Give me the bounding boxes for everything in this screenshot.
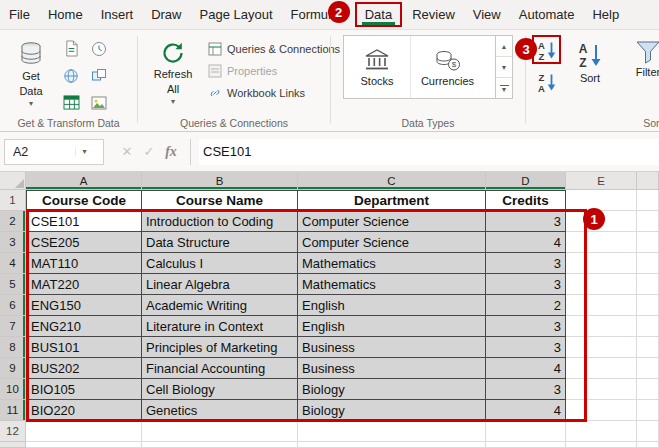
cell-a7[interactable]: ENG210 bbox=[26, 316, 142, 337]
cell-a6[interactable]: ENG150 bbox=[26, 295, 142, 316]
tab-page-layout[interactable]: Page Layout bbox=[191, 2, 282, 27]
tab-view[interactable]: View bbox=[464, 2, 510, 27]
cell-f12[interactable] bbox=[637, 421, 659, 442]
cell-e8[interactable] bbox=[566, 337, 637, 358]
cell-e5[interactable] bbox=[566, 274, 637, 295]
cell-b13[interactable] bbox=[142, 442, 298, 448]
cell-c5[interactable]: Mathematics bbox=[298, 274, 486, 295]
cell-a5[interactable]: MAT220 bbox=[26, 274, 142, 295]
cell-d10[interactable]: 3 bbox=[486, 379, 566, 400]
cell-a13[interactable] bbox=[26, 442, 142, 448]
cell-a12[interactable] bbox=[26, 421, 142, 442]
existing-connections-button[interactable] bbox=[86, 63, 112, 88]
cell-e9[interactable] bbox=[566, 358, 637, 379]
column-header-e[interactable]: E bbox=[566, 172, 637, 190]
sort-descending-button[interactable]: ZA bbox=[535, 70, 559, 94]
cell-d2[interactable]: 3 bbox=[486, 211, 566, 232]
cell-a11[interactable]: BIO220 bbox=[26, 400, 142, 421]
cell-d1[interactable]: Credits bbox=[486, 190, 566, 211]
gallery-scroll-down-icon[interactable]: ▼ bbox=[496, 56, 512, 77]
gallery-scroll-up-icon[interactable]: ▲ bbox=[496, 36, 512, 56]
tab-automate[interactable]: Automate bbox=[510, 2, 584, 27]
cell-d3[interactable]: 4 bbox=[486, 232, 566, 253]
currencies-button[interactable]: $ Currencies bbox=[410, 36, 484, 98]
cell-f11[interactable] bbox=[637, 400, 659, 421]
cell-d4[interactable]: 3 bbox=[486, 253, 566, 274]
sort-ascending-button[interactable]: AZ 3 bbox=[532, 35, 561, 64]
cell-e10[interactable] bbox=[566, 379, 637, 400]
cell-f5[interactable] bbox=[637, 274, 659, 295]
from-table-range-button[interactable] bbox=[58, 90, 84, 115]
confirm-entry-icon[interactable]: ✓ bbox=[138, 144, 160, 159]
row-header-3[interactable]: 3 bbox=[0, 232, 26, 253]
cell-c10[interactable]: Biology bbox=[298, 379, 486, 400]
get-data-button[interactable]: Get Data ▾ bbox=[4, 33, 58, 125]
cell-c3[interactable]: Computer Science bbox=[298, 232, 486, 253]
cell-c4[interactable]: Mathematics bbox=[298, 253, 486, 274]
tab-home[interactable]: Home bbox=[39, 2, 92, 27]
row-header-12[interactable]: 12 bbox=[0, 421, 26, 442]
cell-f10[interactable] bbox=[637, 379, 659, 400]
name-box[interactable]: ▾ bbox=[4, 139, 104, 165]
formula-input[interactable] bbox=[199, 144, 659, 159]
workbook-links-button[interactable]: Workbook Links bbox=[204, 82, 344, 104]
cell-b1[interactable]: Course Name bbox=[142, 190, 298, 211]
column-header-f[interactable] bbox=[637, 172, 659, 190]
name-box-caret-icon[interactable]: ▾ bbox=[75, 147, 93, 156]
cell-d12[interactable] bbox=[486, 421, 566, 442]
from-picture-button[interactable] bbox=[86, 90, 112, 115]
cell-d9[interactable]: 4 bbox=[486, 358, 566, 379]
cell-c9[interactable]: Business bbox=[298, 358, 486, 379]
row-header-7[interactable]: 7 bbox=[0, 316, 26, 337]
cell-b4[interactable]: Calculus I bbox=[142, 253, 298, 274]
cell-b3[interactable]: Data Structure bbox=[142, 232, 298, 253]
cancel-entry-icon[interactable]: ✕ bbox=[116, 144, 138, 159]
column-header-a[interactable]: A bbox=[26, 172, 142, 190]
cell-b6[interactable]: Academic Writing bbox=[142, 295, 298, 316]
tab-review[interactable]: Review bbox=[403, 2, 464, 27]
cell-a4[interactable]: MAT110 bbox=[26, 253, 142, 274]
row-header-5[interactable]: 5 bbox=[0, 274, 26, 295]
row-header-1[interactable]: 1 bbox=[0, 190, 26, 211]
cell-f9[interactable] bbox=[637, 358, 659, 379]
row-header-10[interactable]: 10 bbox=[0, 379, 26, 400]
cell-b12[interactable] bbox=[142, 421, 298, 442]
cell-e3[interactable] bbox=[566, 232, 637, 253]
cell-a9[interactable]: BUS202 bbox=[26, 358, 142, 379]
row-header-2[interactable]: 2 bbox=[0, 211, 26, 232]
gallery-more-icon[interactable]: ▼ bbox=[496, 77, 512, 98]
recent-sources-button[interactable] bbox=[86, 36, 112, 61]
cell-b2[interactable]: Introduction to Coding bbox=[142, 211, 298, 232]
tab-help[interactable]: Help bbox=[583, 2, 628, 27]
cell-f3[interactable] bbox=[637, 232, 659, 253]
column-header-c[interactable]: C bbox=[298, 172, 486, 190]
cell-e4[interactable] bbox=[566, 253, 637, 274]
filter-button[interactable]: Filter bbox=[620, 33, 659, 125]
cell-d7[interactable]: 3 bbox=[486, 316, 566, 337]
cell-f8[interactable] bbox=[637, 337, 659, 358]
cell-f7[interactable] bbox=[637, 316, 659, 337]
sort-button[interactable]: AZ Sort bbox=[566, 33, 614, 125]
cell-a2-active[interactable]: CSE101 bbox=[26, 211, 142, 232]
tab-draw[interactable]: Draw bbox=[142, 2, 190, 27]
row-header-8[interactable]: 8 bbox=[0, 337, 26, 358]
cell-e13[interactable] bbox=[566, 442, 637, 448]
from-text-csv-button[interactable] bbox=[58, 36, 84, 61]
cell-a3[interactable]: CSE205 bbox=[26, 232, 142, 253]
tab-file[interactable]: File bbox=[0, 2, 39, 27]
row-header-13[interactable] bbox=[0, 442, 26, 448]
cell-b8[interactable]: Principles of Marketing bbox=[142, 337, 298, 358]
cell-c2[interactable]: Computer Science bbox=[298, 211, 486, 232]
cell-e11[interactable] bbox=[566, 400, 637, 421]
cell-c1[interactable]: Department bbox=[298, 190, 486, 211]
cell-e12[interactable] bbox=[566, 421, 637, 442]
cell-e6[interactable] bbox=[566, 295, 637, 316]
cell-a10[interactable]: BIO105 bbox=[26, 379, 142, 400]
row-header-9[interactable]: 9 bbox=[0, 358, 26, 379]
cell-c13[interactable] bbox=[298, 442, 486, 448]
properties-button[interactable]: Properties bbox=[204, 60, 344, 82]
cell-b10[interactable]: Cell Biology bbox=[142, 379, 298, 400]
cell-c8[interactable]: Business bbox=[298, 337, 486, 358]
cell-b7[interactable]: Literature in Context bbox=[142, 316, 298, 337]
cell-e1[interactable] bbox=[566, 190, 637, 211]
